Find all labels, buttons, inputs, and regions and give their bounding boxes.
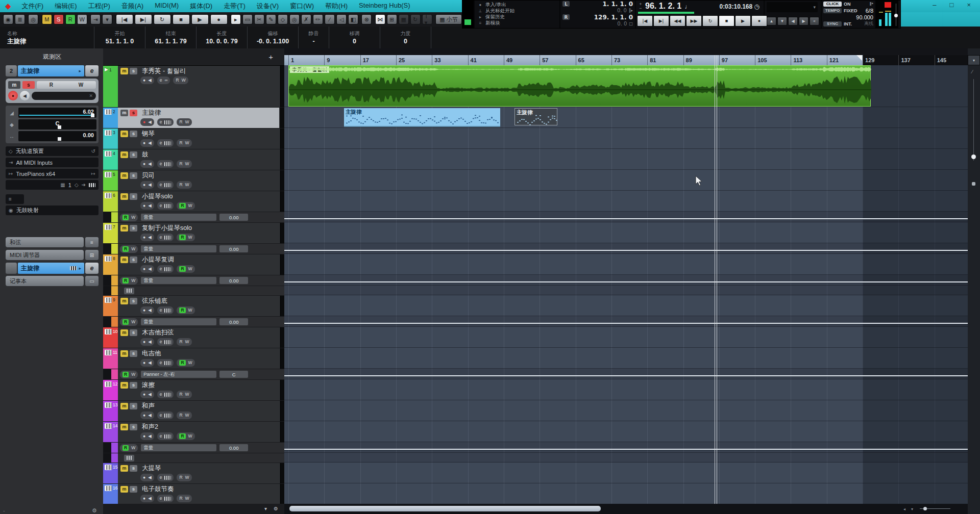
- read-icon[interactable]: R: [179, 360, 185, 366]
- tool-10[interactable]: ◧: [348, 14, 358, 24]
- ruler-bar-137[interactable]: 137: [898, 55, 910, 65]
- write-icon[interactable]: W: [185, 161, 189, 167]
- monitor-icon[interactable]: ◀: [148, 339, 152, 345]
- track-name[interactable]: 小提琴复调: [139, 255, 174, 264]
- ruler-bar-89[interactable]: 89: [683, 55, 692, 65]
- track-mute-button[interactable]: m: [120, 256, 128, 263]
- track-name[interactable]: 复制于小提琴solo: [139, 224, 192, 233]
- edit-icon[interactable]: e: [160, 119, 162, 125]
- left-locator-sub[interactable]: 0. 0: [562, 8, 627, 13]
- automation-value[interactable]: 0.00: [219, 245, 248, 252]
- transport-option[interactable]: ⊥从光标处开始: [478, 8, 559, 14]
- append-lane[interactable]: [284, 453, 968, 462]
- track-name[interactable]: 木吉他扫弦: [139, 328, 174, 337]
- automation-parameter[interactable]: 音量: [141, 245, 216, 252]
- record-arm-button[interactable]: ●: [8, 91, 18, 100]
- monitor-icon[interactable]: ◀: [148, 235, 152, 240]
- grayed-tool-2[interactable]: T ▾: [422, 14, 432, 24]
- automation-curve-line[interactable]: [284, 281, 968, 282]
- scroll-left-icon[interactable]: ◂: [903, 507, 905, 511]
- append-lane-button[interactable]: [124, 455, 134, 461]
- track-mute-button[interactable]: m: [120, 193, 128, 200]
- automation-lane-音量[interactable]: [284, 243, 968, 254]
- edit-icon[interactable]: e: [160, 140, 162, 146]
- automation-lane-音量[interactable]: [284, 442, 968, 453]
- track-name[interactable]: 钢琴: [139, 130, 155, 138]
- auto-read-icon[interactable]: R: [122, 372, 129, 377]
- menu-item[interactable]: 工程(P): [83, 2, 116, 11]
- tool-9[interactable]: ◁: [336, 14, 347, 24]
- automation-row-音量[interactable]: RW音量0.00: [103, 244, 284, 254]
- auto-write-icon[interactable]: W: [131, 445, 135, 451]
- edit-icon[interactable]: e: [160, 413, 162, 418]
- keyboard-icon[interactable]: [164, 414, 171, 418]
- monitor-icon[interactable]: ◀: [148, 433, 152, 439]
- record-icon[interactable]: ●: [143, 203, 145, 209]
- toolbar-transport-2[interactable]: ↻: [154, 14, 171, 24]
- vzoom-handle[interactable]: [971, 155, 976, 159]
- ruler-bar-9[interactable]: 9: [324, 55, 330, 65]
- autoscroll-menu-icon[interactable]: ▾: [102, 14, 112, 24]
- chord-section-button[interactable]: ≡: [85, 237, 99, 247]
- lane-小提琴solo[interactable]: [284, 191, 968, 212]
- track-row-滚擦[interactable]: 12ms滚擦●◀eRW: [103, 380, 284, 401]
- edit-icon[interactable]: e: [160, 182, 162, 188]
- infoline-value[interactable]: -0. 0. 1.100: [257, 37, 289, 45]
- monitor-icon[interactable]: ◀: [148, 413, 152, 418]
- nudge-button-0[interactable]: ▲: [767, 17, 776, 25]
- timeline-ruler[interactable]: 1917253341495765738189971051131211291371…: [284, 55, 968, 65]
- toolbar-transport-5[interactable]: ●: [210, 14, 228, 24]
- tempo-value[interactable]: 90.000: [856, 14, 873, 20]
- track-row-电吉他[interactable]: 11ms电吉他●◀eRW: [103, 348, 284, 369]
- midi-event-主旋律[interactable]: 主旋律: [344, 108, 500, 127]
- track-solo-button[interactable]: s: [130, 131, 137, 137]
- scrollbar-thumb[interactable]: [289, 506, 601, 511]
- punch-in-icon[interactable]: ‖▸: [629, 8, 633, 13]
- record-icon[interactable]: ●: [143, 307, 145, 313]
- track-name[interactable]: 李秀英 - 휠릴리: [139, 67, 186, 75]
- keyboard-icon[interactable]: [164, 162, 171, 166]
- track-solo-button[interactable]: s: [130, 225, 137, 232]
- tool-6[interactable]: ✗: [301, 14, 311, 24]
- transport-button-6[interactable]: ▶: [735, 15, 751, 27]
- meter-slider-knob[interactable]: [894, 14, 898, 17]
- monitor-icon[interactable]: ◀: [148, 119, 152, 125]
- grayed-tool-1[interactable]: ↻: [410, 14, 421, 24]
- keyboard-icon[interactable]: [164, 361, 171, 365]
- snap-button[interactable]: ⋈: [375, 14, 385, 24]
- left-locator-value[interactable]: 1. 1. 1. 0: [570, 1, 633, 8]
- audio-event-李秀英 - 휠릴리[interactable]: 李秀英 - 휠릴리: [288, 65, 871, 107]
- lane-滚擦[interactable]: [284, 379, 968, 400]
- ruler-bar-17[interactable]: 17: [360, 55, 369, 65]
- track-mute-button[interactable]: m: [120, 403, 128, 409]
- lane-贝司[interactable]: [284, 170, 968, 191]
- lane-电子鼓节奏[interactable]: [284, 483, 968, 504]
- pan-slider[interactable]: C: [18, 119, 96, 130]
- write-icon[interactable]: W: [182, 78, 186, 83]
- global-write-button[interactable]: W: [77, 14, 87, 24]
- transport-option[interactable]: ▸保留历史: [478, 14, 559, 20]
- song-position-display[interactable]: 96. 1. 2. 1♩: [645, 2, 691, 11]
- keyboard-icon[interactable]: [164, 141, 171, 145]
- monitor-icon[interactable]: ◀: [148, 496, 152, 501]
- edit-icon[interactable]: e: [160, 78, 162, 83]
- edit-icon[interactable]: e: [160, 339, 162, 345]
- track-row-木吉他扫弦[interactable]: 10ms木吉他扫弦●◀eRW: [103, 327, 284, 348]
- transport-button-4[interactable]: ↻: [702, 15, 718, 27]
- read-icon[interactable]: R: [179, 161, 182, 167]
- keyboard-icon[interactable]: [164, 204, 171, 208]
- auto-read-icon[interactable]: R: [122, 319, 129, 325]
- record-icon[interactable]: ●: [143, 413, 145, 418]
- automation-value[interactable]: 0.00: [219, 214, 248, 221]
- write-icon[interactable]: W: [188, 307, 192, 313]
- global-read-button[interactable]: R: [65, 14, 76, 24]
- automation-value[interactable]: C: [219, 371, 248, 378]
- volume-slider[interactable]: 6.02: [18, 108, 96, 118]
- track-row-电子鼓节奏[interactable]: 16ms电子鼓节奏●◀eRW: [103, 484, 284, 505]
- ruler-bar-1[interactable]: 1: [288, 55, 294, 65]
- ruler-bar-33[interactable]: 33: [432, 55, 440, 65]
- append-lane-row[interactable]: [103, 286, 284, 296]
- monitor-icon[interactable]: ◀: [148, 161, 152, 167]
- auto-read-icon[interactable]: R: [122, 215, 129, 220]
- automation-curve-line[interactable]: [284, 250, 968, 251]
